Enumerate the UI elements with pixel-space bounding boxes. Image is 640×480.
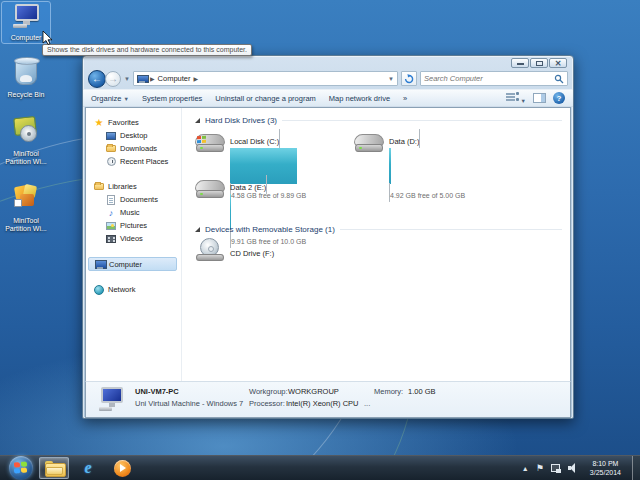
search-input[interactable] [424,74,554,83]
recent-places-icon [106,157,116,167]
forward-button[interactable]: → [105,71,121,87]
search-box[interactable] [420,71,568,86]
address-dropdown-icon[interactable]: ▼ [388,76,394,82]
minitool-cd-icon [12,116,40,144]
removable-tiles: CD Drive (F:) [195,238,562,271]
sidebar-item-downloads[interactable]: Downloads [86,142,181,155]
taskbar-ie-button[interactable]: e [73,457,103,479]
change-view-button[interactable]: ▼ [506,92,526,105]
cd-drive-icon [195,238,225,262]
processor-ellipsis: ... [364,399,370,408]
desktop-icon-minitool-1[interactable]: MiniTool Partition Wi... [2,114,50,167]
hard-drive-icon [354,132,384,153]
drive-tile-d[interactable]: Data (D:) 4.92 GB free of 5.00 GB [354,129,513,166]
sidebar-item-computer[interactable]: Computer [88,257,177,271]
breadcrumb-arrow-icon[interactable]: ▶ [150,75,155,82]
sidebar-item-desktop[interactable]: Desktop [86,129,181,142]
windows-logo-icon [14,461,27,474]
downloads-folder-icon [106,144,116,154]
drive-tile-e[interactable]: Data 2 (E:) 9.91 GB free of 10.0 GB [195,175,354,212]
address-bar[interactable]: ▶ Computer ▶ ▼ [133,71,398,86]
explorer-window: ✕ ← → ▼ ▶ Computer ▶ ▼ Organize▼ [82,55,574,419]
show-desktop-button[interactable] [632,456,640,480]
sidebar-item-videos[interactable]: Videos [86,232,181,245]
action-center-flag-icon[interactable]: ⚑ [536,463,544,473]
section-divider [340,229,562,230]
computer-monitor-icon [98,387,126,413]
sidebar-item-network[interactable]: Network [86,283,181,296]
section-title: Devices with Removable Storage (1) [205,225,335,234]
music-note-icon: ♪ [106,208,116,218]
desktop-icon [106,131,116,141]
computer-icon [95,259,105,269]
sidebar-item-music[interactable]: ♪ Music [86,206,181,219]
sidebar-item-label: Music [120,208,140,217]
start-button[interactable] [9,456,33,480]
uninstall-program-button[interactable]: Uninstall or change a program [215,94,315,103]
refresh-icon [404,74,414,84]
close-button[interactable]: ✕ [549,58,567,68]
tooltip: Shows the disk drives and hardware conne… [42,44,252,56]
nav-history-dropdown-icon[interactable]: ▼ [124,76,130,82]
computer-small-icon [137,75,147,83]
map-network-drive-button[interactable]: Map network drive [329,94,390,103]
desktop-icon-label: Recycle Bin [2,91,50,99]
organize-button[interactable]: Organize▼ [91,94,129,103]
memory-value: 1.00 GB [408,387,436,396]
help-button[interactable]: ? [553,92,565,104]
network-tray-icon[interactable] [551,464,561,473]
desktop-icon-minitool-2[interactable]: MiniTool Partition Wi... [2,181,50,234]
computer-description: Uni Virtual Machine - Windows 7 [135,399,243,408]
computer-monitor-icon [11,4,41,28]
star-icon: ★ [94,118,104,128]
videos-icon [106,234,116,244]
section-title: Hard Disk Drives (3) [205,116,277,125]
views-icon [506,92,519,103]
recycle-bin-icon [15,59,37,85]
window-body: ★ Favorites Desktop Downloads Recent Pla… [85,107,571,381]
maximize-button[interactable] [530,58,548,68]
refresh-button[interactable] [401,71,417,86]
taskbar-explorer-button[interactable] [39,457,69,479]
libraries-folder-icon [94,182,104,192]
drive-name: CD Drive (F:) [230,249,274,258]
drive-name: Data (D:) [389,137,419,146]
sidebar-item-recent-places[interactable]: Recent Places [86,155,181,168]
breadcrumb-arrow-icon[interactable]: ▶ [194,75,199,82]
desktop-icon-recycle-bin[interactable]: Recycle Bin [2,57,50,100]
back-button[interactable]: ← [88,70,106,88]
search-icon[interactable] [554,74,564,84]
section-header-hard-disks[interactable]: Hard Disk Drives (3) [195,116,562,125]
mouse-cursor [42,30,54,46]
drive-tile-c[interactable]: Local Disk (C:) 4.58 GB free of 9.89 GB [195,129,354,166]
section-header-removable[interactable]: Devices with Removable Storage (1) [195,225,562,234]
sidebar-item-pictures[interactable]: Pictures [86,219,181,232]
drive-tile-cd[interactable]: CD Drive (F:) [195,238,354,262]
sidebar-item-label: Computer [109,260,142,269]
network-icon [94,285,104,295]
command-bar: Organize▼ System properties Uninstall or… [83,89,573,107]
sidebar-item-documents[interactable]: Documents [86,193,181,206]
system-tray: ▲ ⚑ 8:10 PM 3/25/2014 [522,456,640,480]
show-hidden-icons-button[interactable]: ▲ [522,465,529,472]
sidebar-item-label: Desktop [120,131,148,140]
sidebar-group-label: Libraries [108,182,137,191]
window-titlebar[interactable]: ✕ [83,56,573,68]
taskbar-clock[interactable]: 8:10 PM 3/25/2014 [590,459,621,477]
collapse-triangle-icon[interactable] [195,227,200,232]
taskbar-wmp-button[interactable] [107,457,137,479]
toolbar-overflow-chevron[interactable]: » [403,94,407,103]
sidebar-group-libraries[interactable]: Libraries [86,180,181,193]
system-properties-button[interactable]: System properties [142,94,202,103]
media-player-icon [114,460,131,477]
breadcrumb[interactable]: Computer [158,74,191,83]
toolbar-right-group: ▼ ? [506,92,565,105]
sidebar-group-favorites[interactable]: ★ Favorites [86,116,181,129]
preview-pane-button[interactable] [533,93,546,103]
collapse-triangle-icon[interactable] [195,118,200,123]
minimize-button[interactable] [511,58,529,68]
volume-icon[interactable] [568,463,579,473]
drive-name: Local Disk (C:) [230,137,279,146]
navigation-bar: ← → ▼ ▶ Computer ▶ ▼ [83,68,573,89]
section-divider [282,120,562,121]
